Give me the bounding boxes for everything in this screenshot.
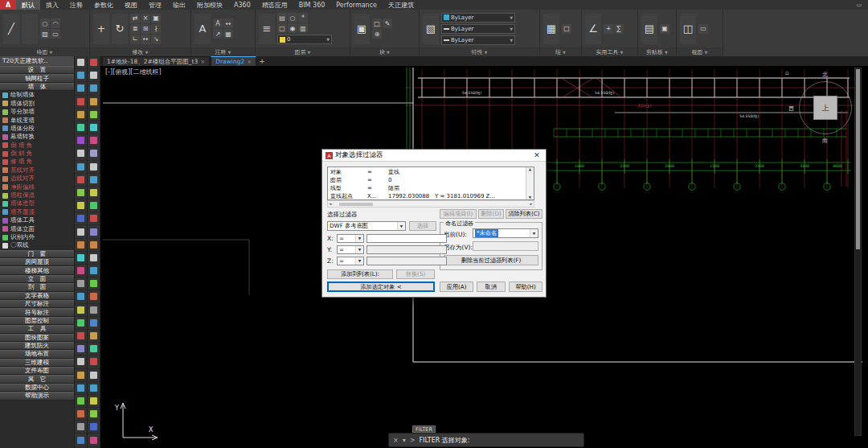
autocad-app-icon[interactable]: A [0, 0, 16, 10]
cad-tool-icon[interactable] [88, 369, 100, 382]
ribbon-tab[interactable]: BIM 360 [293, 0, 331, 10]
cad-tool-icon[interactable] [88, 121, 100, 134]
cad-tool-icon[interactable] [88, 199, 100, 212]
delete-button[interactable]: 删除(D) [478, 209, 504, 219]
coord-value-field[interactable] [366, 257, 447, 265]
ribbon-tab[interactable]: 附加模块 [191, 0, 228, 10]
copy-clip-icon[interactable]: ▣ [660, 24, 669, 34]
list-horizontal-scrollbar[interactable]: ◄ ► [327, 200, 534, 208]
cad-tool-icon[interactable] [88, 239, 100, 252]
filter-list-row[interactable]: 图层 = 0 [329, 176, 525, 184]
cad-tool-icon[interactable] [75, 421, 87, 434]
panel-title-block[interactable]: 块▼ [350, 47, 419, 56]
cad-tool-icon[interactable] [75, 56, 87, 69]
cad-tool-icon[interactable] [75, 408, 87, 421]
panel-title-properties[interactable]: 特性▼ [420, 47, 539, 56]
tarch-menu-item[interactable]: 墙齐屋顶 [0, 208, 74, 216]
coord-operator-combo[interactable]: = ▼ [337, 257, 364, 265]
ribbon-tab[interactable]: 默认 [16, 0, 40, 10]
cad-tool-icon[interactable] [88, 290, 100, 303]
close-icon[interactable]: × [200, 59, 205, 65]
list-vertical-scrollbar[interactable]: ▲ ▼ [526, 167, 534, 199]
filter-list-row[interactable]: 对象 = 直线 [329, 168, 525, 176]
tarch-menu-item[interactable]: 识别内外 [0, 233, 74, 241]
add-to-list-button[interactable]: 添加到列表(L): [327, 269, 393, 279]
cad-tool-icon[interactable] [75, 161, 87, 174]
cad-tool-icon[interactable] [75, 252, 87, 265]
cad-tool-icon[interactable] [88, 265, 100, 277]
cad-tool-icon[interactable] [75, 225, 87, 238]
tarch-menu-item[interactable]: 工 具 [0, 325, 74, 333]
cad-tool-icon[interactable] [75, 199, 87, 212]
save-as-field[interactable] [473, 241, 538, 251]
panel-title-modify[interactable]: 修改▼ [90, 47, 190, 56]
move-icon[interactable]: + [93, 14, 109, 44]
arc-icon[interactable]: ◠ [51, 18, 60, 28]
tarch-menu-item[interactable]: 楼梯其他 [0, 266, 74, 274]
coord-value-field[interactable] [366, 234, 447, 243]
help-button[interactable]: 帮助(H) [509, 282, 542, 292]
tarch-menu-item[interactable]: 倒 斜 角 [0, 150, 74, 158]
tarch-menu-item[interactable]: 轴网柱子 [0, 74, 74, 82]
text-icon[interactable]: A [194, 14, 211, 44]
tarch-menu-item[interactable]: 边线对齐 [0, 175, 74, 183]
layer-properties-icon[interactable]: ▤ [277, 13, 287, 23]
rotate-icon[interactable]: ↻ [112, 14, 128, 44]
cad-tool-icon[interactable] [75, 134, 87, 147]
viewport-controls-label[interactable]: [-][俯视][二维线框] [105, 68, 162, 76]
file-tab[interactable]: 1#地块-18、2#楼组合平面图_t3 × [102, 56, 210, 66]
cad-tool-icon[interactable] [75, 174, 87, 187]
insert-block-icon[interactable]: ▣ [354, 14, 370, 44]
ribbon-tab[interactable]: 管理 [143, 0, 167, 10]
tarch-menu-item[interactable]: 文件布图 [0, 367, 74, 375]
tarch-menu-item[interactable]: 单线变墙 [0, 116, 74, 124]
file-tab[interactable]: Drawing2 × [211, 56, 256, 66]
cad-tool-icon[interactable] [88, 56, 100, 69]
viewcube[interactable]: ⌂ 上 北 西 南 [785, 69, 866, 146]
stretch-icon[interactable]: ↔ [141, 35, 150, 44]
create-block-icon[interactable]: □ [372, 18, 382, 28]
id-point-icon[interactable]: + [604, 24, 613, 34]
quick-calc-icon[interactable]: ∑ [614, 24, 624, 34]
panel-title-clipboard[interactable]: 剪贴板▼ [638, 47, 676, 56]
tarch-menu-item[interactable]: 文字表格 [0, 292, 74, 300]
viewport-icon[interactable]: ◫ [680, 14, 696, 44]
edit-item-button[interactable]: 编辑项目(I) [440, 209, 477, 219]
coord-value-field[interactable] [366, 245, 447, 254]
ungroup-icon[interactable]: □ [562, 24, 571, 34]
cad-tool-icon[interactable] [88, 109, 100, 121]
scrollbar-thumb[interactable] [339, 203, 373, 206]
substitute-button[interactable]: 替换(S) [396, 269, 435, 279]
dialog-title-bar[interactable]: A 对象选择过滤器 ✕ [322, 150, 546, 162]
tarch-menu-item[interactable]: 场地布置 [0, 350, 74, 358]
compass-west-label[interactable]: 西 [788, 105, 794, 113]
bylayer-combo[interactable]: ByLayer ▼ [441, 13, 515, 23]
ribbon-tab[interactable]: 输出 [167, 0, 191, 10]
bylayer-combo[interactable]: ByLayer ▼ [441, 35, 515, 45]
layer-off-icon[interactable]: ○ [288, 13, 297, 23]
cad-tool-icon[interactable] [75, 82, 87, 95]
tarch-menu-item[interactable]: 基线对齐 [0, 166, 74, 175]
scroll-up-icon[interactable]: ▲ [529, 167, 531, 171]
fillet-icon[interactable]: ∟ [130, 35, 140, 44]
mirror-icon[interactable]: ⇄ [130, 14, 140, 23]
apply-button[interactable]: 应用(A) [440, 282, 473, 292]
tarch-menu-item[interactable]: 墙体切割 [0, 100, 74, 108]
tarch-menu-item[interactable]: 数据中心 [0, 384, 74, 392]
cad-tool-icon[interactable] [75, 69, 87, 82]
ribbon-layout-icon[interactable]: ▭ [856, 2, 862, 8]
array-icon[interactable]: ⊞ [141, 24, 150, 34]
cad-tool-icon[interactable] [88, 317, 100, 330]
hatch-icon[interactable]: ▨ [40, 29, 50, 39]
close-icon[interactable]: × [247, 59, 252, 65]
cad-tool-icon[interactable] [88, 304, 100, 317]
tarch-menu-item[interactable]: 绘制墙体 [0, 91, 74, 99]
erase-icon[interactable]: × [141, 14, 150, 23]
layer-freeze-icon[interactable]: * [298, 13, 308, 23]
cad-tool-icon[interactable] [88, 330, 100, 343]
cancel-button[interactable]: 取消 [477, 282, 506, 292]
line-icon[interactable]: ╱ [3, 14, 19, 44]
tarch-menu-item[interactable]: 尺寸标注 [0, 300, 74, 308]
cad-tool-icon[interactable] [75, 147, 87, 160]
cad-tool-icon[interactable] [88, 225, 100, 238]
